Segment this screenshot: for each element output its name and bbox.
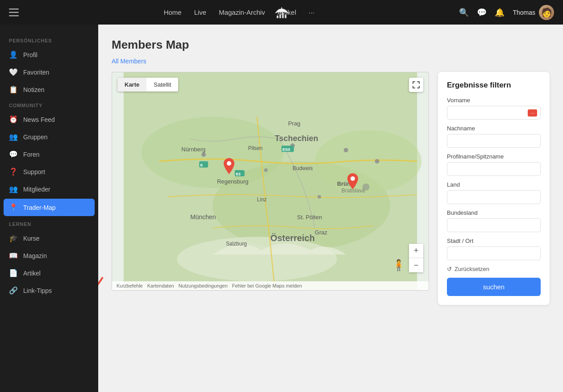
map-pin-icon: 📍 [9,203,18,212]
map-footer: Kurzbefehle Kartendaten Nutzungsbedingun… [112,281,429,290]
map-fullscreen-button[interactable] [409,78,423,92]
map-nutzungsbedingungen: Nutzungsbedingungen [179,283,228,288]
sidebar-label-link-tipps: Link-Tipps [23,287,52,294]
svg-text:Tschechien: Tschechien [275,134,318,143]
svg-text:Regensburg: Regensburg [217,178,249,185]
sidebar-item-mitglieder[interactable]: 👥 Mitglieder [0,180,98,198]
svg-point-41 [350,176,355,181]
sidebar-item-profil[interactable]: 👤 Profil [0,46,98,63]
map-section: Tschechien Österreich Brünn Bratislava N… [112,72,429,291]
map-kurzbefehle: Kurzbefehle [117,283,143,288]
svg-text:Budweis: Budweis [292,165,313,171]
svg-text:Pilsen: Pilsen [248,145,263,151]
vorname-input-wrap: ··· [447,106,541,120]
svg-text:Linz: Linz [257,196,267,203]
svg-text:9: 9 [200,163,203,167]
land-label: Land [447,181,541,188]
svg-rect-6 [284,15,286,18]
land-input[interactable] [447,190,541,204]
map-kartendaten: Kartendaten [147,283,174,288]
article-icon: 📄 [9,269,18,277]
map-svg: Tschechien Österreich Brünn Bratislava N… [112,72,429,290]
content-area: Tschechien Österreich Brünn Bratislava N… [112,72,550,305]
filter-panel: Ergebnisse filtern Vorname ··· Nachname … [438,72,550,305]
svg-text:E50: E50 [282,147,290,152]
stadt-label: Stadt / Ort [447,238,541,244]
sidebar-item-magazin[interactable]: 📖 Magazin [0,247,98,264]
sidebar-item-notizen[interactable]: 📋 Notizen [0,81,98,98]
zoom-in-button[interactable]: + [409,244,423,258]
sidebar-item-artikel[interactable]: 📄 Artikel [0,264,98,282]
map-pin-2[interactable] [347,173,358,192]
sidebar-item-link-tipps[interactable]: 🔗 Link-Tipps [0,282,98,299]
nachname-label: Nachname [447,125,541,132]
sidebar-label-support: Support [23,168,45,175]
nachname-input[interactable] [447,134,541,148]
heart-icon: 🤍 [9,68,18,76]
svg-rect-4 [279,14,281,18]
svg-text:München: München [190,213,216,221]
filter-reset-button[interactable]: ↺ Zurücksetzen [447,266,541,272]
profilname-label: Profilname/Spitzname [447,153,541,160]
nav-live[interactable]: Live [194,8,207,16]
vorname-dots[interactable]: ··· [528,109,537,117]
bundesland-input[interactable] [447,218,541,232]
zoom-out-button[interactable]: − [409,258,423,272]
street-view-figure[interactable]: 🧍 [392,259,405,271]
sidebar-item-support[interactable]: ❓ Support [0,163,98,180]
map-pin-1[interactable] [224,158,234,177]
sidebar-item-kurse[interactable]: 🎓 Kurse [0,229,98,247]
map-toggle-satellit[interactable]: Satellit [146,78,178,92]
filter-title: Ergebnisse filtern [447,81,541,90]
sidebar-item-gruppen[interactable]: 👥 Gruppen [0,128,98,146]
svg-text:Österreich: Österreich [271,233,315,243]
svg-text:Salzburg: Salzburg [226,241,247,247]
sidebar: PERSÖNLICHES 👤 Profil 🤍 Favoriten 📋 Noti… [0,25,98,392]
group-icon: 👥 [9,133,18,141]
svg-text:93: 93 [236,171,241,176]
bundesland-label: Bundesland [447,209,541,216]
profilname-input[interactable] [447,162,541,176]
sidebar-item-trader-map[interactable]: 📍 Trader-Map [4,199,95,216]
nav-home[interactable]: Home [164,8,182,16]
stadt-input[interactable] [447,246,541,260]
sidebar-label-trader-map: Trader-Map [23,204,56,211]
map-toggle-karte[interactable]: Karte [117,78,146,92]
topnav: Home Live Magazin-Archiv Artikel ··· 🔍 💬… [0,0,563,25]
page-title: Members Map [112,38,550,52]
grad-icon: 🎓 [9,234,18,242]
layout: PERSÖNLICHES 👤 Profil 🤍 Favoriten 📋 Noti… [0,25,563,392]
user-menu[interactable]: Thomas 🧑 [513,5,554,20]
sidebar-section-community: COMMUNITY [0,98,98,111]
sidebar-item-news-feed[interactable]: ⏰ News Feed [0,111,98,128]
svg-point-13 [201,152,206,157]
search-icon[interactable]: 🔍 [459,8,469,17]
svg-point-40 [227,161,231,166]
topnav-right: 🔍 💬 🔔 Thomas 🧑 [459,5,554,20]
sidebar-label-notizen: Notizen [23,86,44,93]
bell-icon[interactable]: 🔔 [495,8,505,17]
reset-icon: ↺ [447,266,452,272]
sidebar-item-foren[interactable]: 💬 Foren [0,146,98,163]
map-zoom-controls: + − [409,244,423,272]
question-icon: ❓ [9,167,18,176]
svg-rect-2 [9,15,19,17]
vorname-input[interactable] [447,106,541,120]
filter-search-button[interactable]: suchen [447,278,541,296]
fullscreen-icon [413,81,420,88]
svg-point-15 [344,148,348,152]
map-fehler: Fehler bei Google Maps melden [232,283,302,288]
svg-text:Prag: Prag [288,121,300,127]
sidebar-item-favoriten[interactable]: 🤍 Favoriten [0,63,98,81]
map-toggle: Karte Satellit [117,78,178,92]
message-icon[interactable]: 💬 [477,8,487,17]
nav-magazin[interactable]: Magazin-Archiv [219,8,265,16]
sidebar-label-gruppen: Gruppen [23,133,47,141]
site-logo [268,4,295,21]
main-content: Members Map All Members [98,25,563,392]
link-icon: 🔗 [9,286,18,295]
all-members-link[interactable]: All Members [112,58,146,65]
nav-more[interactable]: ··· [309,8,314,16]
forum-icon: 💬 [9,150,18,158]
sidebar-toggle[interactable] [9,8,19,17]
